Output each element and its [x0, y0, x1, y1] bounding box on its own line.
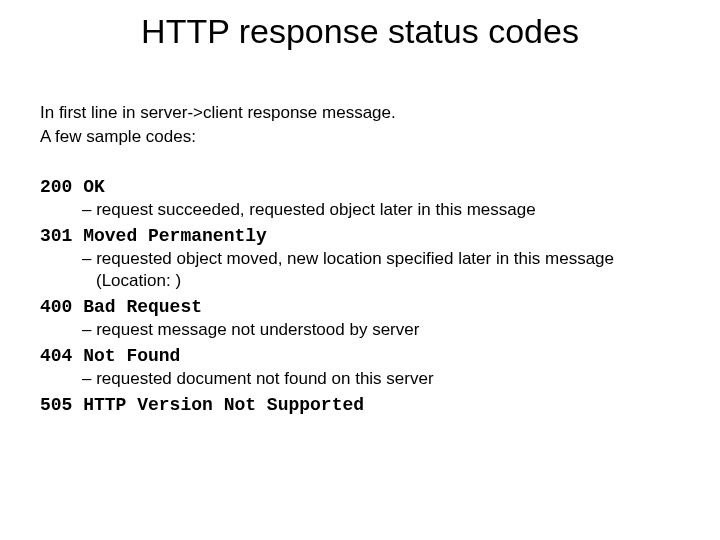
- status-desc: requested object moved, new location spe…: [82, 248, 680, 294]
- intro-line-1: In first line in server->client response…: [40, 101, 680, 125]
- intro-line-2: A few sample codes:: [40, 125, 680, 149]
- status-codes-list: 200 OK request succeeded, requested obje…: [40, 177, 680, 416]
- status-code: 200 OK: [40, 177, 680, 197]
- status-code: 400 Bad Request: [40, 297, 680, 317]
- status-desc: requested document not found on this ser…: [82, 368, 680, 391]
- status-desc: request message not understood by server: [82, 319, 680, 342]
- intro-block: In first line in server->client response…: [40, 101, 680, 149]
- status-desc: request succeeded, requested object late…: [82, 199, 680, 222]
- status-code: 505 HTTP Version Not Supported: [40, 395, 680, 415]
- status-code: 301 Moved Permanently: [40, 226, 680, 246]
- page-title: HTTP response status codes: [40, 12, 680, 51]
- status-code: 404 Not Found: [40, 346, 680, 366]
